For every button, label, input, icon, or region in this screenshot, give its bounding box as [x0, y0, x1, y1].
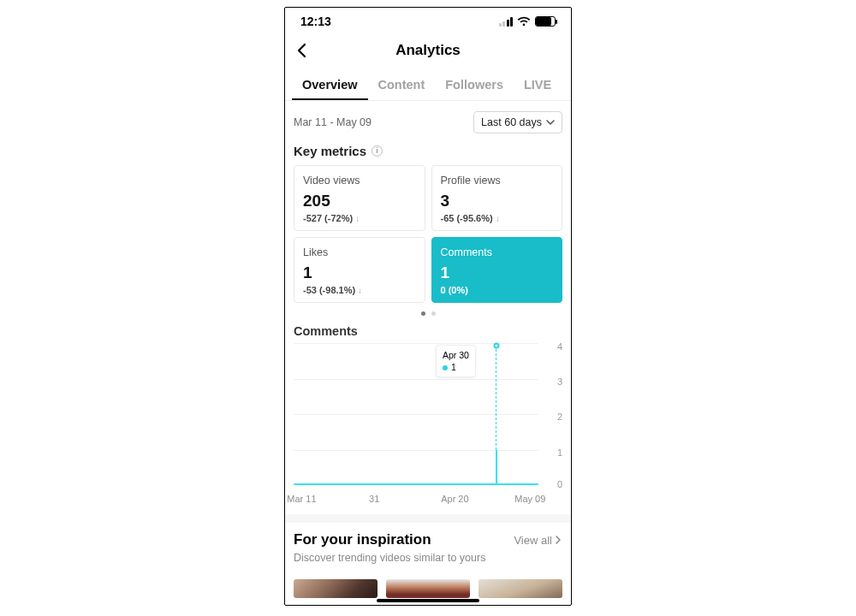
view-all-label: View all [514, 534, 552, 547]
x-tick: May 09 [514, 494, 545, 504]
x-tick: 31 [369, 494, 379, 504]
y-tick: 2 [557, 412, 562, 422]
highlight-line [496, 345, 496, 450]
plot-area: Apr 30 1 [294, 343, 538, 485]
date-range-button[interactable]: Last 60 days [473, 111, 562, 133]
series-color-dot [443, 365, 448, 370]
inspiration-section: For your inspiration View all Discover t… [285, 523, 571, 569]
metric-value: 3 [441, 192, 554, 210]
down-arrow-icon: ↓ [496, 214, 500, 223]
section-divider [285, 514, 571, 523]
nav-bar: Analytics [285, 32, 571, 69]
highlight-marker [493, 343, 499, 349]
y-tick: 1 [557, 447, 562, 458]
inspiration-subtitle: Discover trending videos similar to your… [294, 552, 562, 564]
phone-frame: 12:13 Analytics Overview Content Followe… [284, 7, 572, 606]
y-tick: 0 [557, 479, 562, 489]
key-metrics-heading-text: Key metrics [294, 144, 366, 158]
status-bar: 12:13 [285, 8, 571, 32]
metric-delta: 0 (0%) [441, 285, 554, 295]
metric-value: 1 [303, 264, 416, 282]
status-icons [499, 16, 556, 27]
pager-dot [431, 311, 436, 316]
comments-chart[interactable]: 4 3 2 1 0 Mar 11 31 Apr 20 May 09 Apr [294, 343, 562, 504]
battery-icon [535, 16, 556, 27]
chart-heading: Comments [285, 321, 571, 343]
metric-card-comments[interactable]: Comments 1 0 (0%) [431, 237, 563, 303]
info-icon[interactable]: i [372, 145, 383, 157]
status-time: 12:13 [300, 15, 331, 28]
scroll-area[interactable]: Mar 11 - May 09 Last 60 days Key metrics… [285, 101, 571, 605]
metric-card-video-views[interactable]: Video views 205 -527 (-72%) ↓ [294, 165, 425, 231]
metric-label: Comments [441, 246, 554, 258]
metric-value: 1 [441, 264, 554, 282]
tab-followers[interactable]: Followers [435, 69, 514, 100]
metric-card-profile-views[interactable]: Profile views 3 -65 (-95.6%) ↓ [431, 165, 563, 231]
x-tick: Apr 20 [441, 494, 468, 504]
inspiration-heading: For your inspiration [294, 531, 431, 548]
cards-pager[interactable] [285, 303, 571, 321]
wifi-icon [517, 16, 531, 27]
home-indicator[interactable] [377, 599, 479, 602]
video-thumbnail[interactable] [479, 579, 562, 598]
metric-value: 205 [303, 192, 416, 210]
metric-label: Likes [303, 246, 416, 258]
metric-label: Video views [303, 175, 416, 187]
key-metrics-heading: Key metrics i [285, 139, 571, 165]
video-thumbnail[interactable] [294, 579, 377, 598]
metric-label: Profile views [441, 175, 554, 187]
y-tick: 3 [557, 376, 562, 387]
tab-content[interactable]: Content [368, 69, 436, 100]
date-range-label: Mar 11 - May 09 [294, 116, 372, 128]
x-tick: Mar 11 [287, 494, 316, 504]
pager-dot [421, 311, 425, 316]
metric-delta: -53 (-98.1%) ↓ [303, 285, 416, 295]
metric-delta: -65 (-95.6%) ↓ [441, 213, 554, 223]
chart-tooltip: Apr 30 1 [436, 345, 476, 377]
tooltip-date: Apr 30 [443, 349, 469, 361]
metric-cards: Video views 205 -527 (-72%) ↓ Profile vi… [285, 165, 571, 303]
date-range-button-label: Last 60 days [481, 116, 542, 128]
metric-card-likes[interactable]: Likes 1 -53 (-98.1%) ↓ [294, 237, 425, 303]
chevron-right-icon [554, 536, 562, 544]
cell-signal-icon [499, 16, 514, 27]
video-thumbnail[interactable] [386, 579, 470, 598]
tabs-row: Overview Content Followers LIVE [285, 69, 571, 101]
tab-overview[interactable]: Overview [292, 69, 368, 100]
inspiration-thumbnails [285, 569, 571, 598]
date-range-row: Mar 11 - May 09 Last 60 days [285, 101, 571, 139]
metric-delta: -527 (-72%) ↓ [303, 213, 416, 223]
page-title: Analytics [395, 42, 461, 59]
tooltip-value: 1 [451, 362, 456, 372]
view-all-link[interactable]: View all [514, 534, 562, 547]
back-button[interactable] [294, 42, 311, 62]
y-tick: 4 [557, 341, 562, 352]
down-arrow-icon: ↓ [358, 286, 362, 295]
tab-live[interactable]: LIVE [514, 69, 562, 100]
chevron-down-icon [546, 118, 555, 127]
down-arrow-icon: ↓ [355, 214, 360, 223]
